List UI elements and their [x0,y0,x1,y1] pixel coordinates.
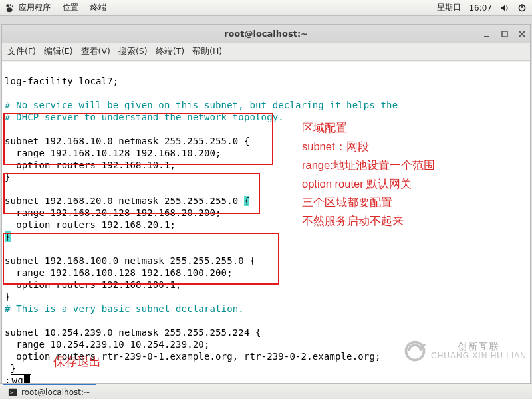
term-line: subnet 192.168.10.0 netmask 255.255.255.… [5,136,249,146]
annotation-wq: 保存退出 [53,354,101,370]
menu-file[interactable]: 文件(F) [7,46,36,57]
annotation-line: range:地址池设置一个范围 [302,156,435,174]
term-line: } [5,172,11,182]
annotation-line: subnet：网段 [302,137,435,156]
taskbar-item-label: root@localhost:~ [21,388,90,397]
window-title: root@localhost:~ [224,29,308,39]
terminal-icon: > [8,388,17,397]
menu-terminal[interactable]: 终端 [90,2,106,13]
term-line-comment: # No service will be given on this subne… [5,100,398,110]
svg-point-2 [12,5,13,7]
term-line: log-facility local7; [5,76,118,86]
volume-icon[interactable] [500,3,509,13]
window-titlebar[interactable]: root@localhost:~ [2,25,530,43]
svg-rect-8 [502,31,507,37]
menu-edit[interactable]: 编辑(E) [44,46,73,57]
watermark-logo-icon [403,339,427,363]
annotation-line: 区域配置 [302,118,435,137]
close-button[interactable] [518,30,526,38]
clock-day: 星期日 [437,2,461,13]
term-line-comment: # This is a very basic subnet declaratio… [5,303,244,314]
term-line: range 10.254.239.10 10.254.239.20; [5,339,209,350]
bottom-taskbar: > root@localhost:~ [0,383,532,399]
system-tray: 星期日 16:07 [437,2,527,13]
annotation-block: 区域配置 subnet：网段 range:地址池设置一个范围 option ro… [302,118,435,230]
term-line: option routers 192.168.100.1; [5,279,182,290]
svg-point-3 [7,7,13,12]
gnome-foot-icon [5,3,15,13]
term-line: subnet 192.168.20.0 netmask 255.255.255.… [5,196,249,206]
menu-applications[interactable]: 应用程序 [19,2,51,13]
os-top-bar: 应用程序 位置 终端 星期日 16:07 [0,0,532,16]
term-line: subnet 10.254.239.0 netmask 255.255.255.… [5,327,261,338]
svg-text:>: > [10,389,13,395]
watermark-text-cn: 创新互联 [431,342,527,351]
term-line: range 192.168.10.128 192.168.10.200; [5,148,221,158]
terminal-content[interactable]: log-facility local7; # No service will b… [2,62,530,384]
term-line-comment: # DHCP server to understand the network … [5,112,284,122]
svg-point-1 [9,4,11,6]
menu-terminal[interactable]: 终端(T) [156,46,184,57]
terminal-window: root@localhost:~ 文件(F) 编辑(E) 查看(V) 搜索(S)… [1,24,531,384]
minimize-button[interactable] [483,30,491,38]
clock-time: 16:07 [469,3,492,13]
menu-search[interactable]: 搜索(S) [118,46,148,57]
annotation-line: 三个区域都要配置 [302,193,435,211]
menu-places[interactable]: 位置 [63,2,78,13]
taskbar-item-terminal[interactable]: > root@localhost:~ [3,384,96,399]
svg-point-0 [6,4,9,7]
term-line: } [5,291,11,302]
svg-marker-4 [501,4,505,11]
term-line: range 192.168.20.128 192.168.20.200; [5,207,221,218]
power-icon[interactable] [517,3,527,13]
maximize-button[interactable] [501,30,509,38]
term-line: } [5,363,16,374]
term-line: option routers 192.168.10.1; [5,160,176,170]
watermark: 创新互联 CHUANG XIN HU LIAN [403,339,527,363]
menu-view[interactable]: 查看(V) [81,46,110,57]
annotation-line: option router 默认网关 [302,174,435,193]
terminal-menubar: 文件(F) 编辑(E) 查看(V) 搜索(S) 终端(T) 帮助(H) [2,43,530,61]
term-line: subnet 192.168.100.0 netmask 255.255.255… [5,255,255,266]
watermark-text-en: CHUANG XIN HU LIAN [431,351,527,360]
term-line: } [5,231,11,242]
annotation-line: 不然服务启动不起来 [302,211,435,230]
term-line: option routers 192.168.20.1; [5,219,176,230]
term-line: range 192.168.100.128 192.168.100.200; [5,267,233,278]
menu-help[interactable]: 帮助(H) [192,46,222,57]
